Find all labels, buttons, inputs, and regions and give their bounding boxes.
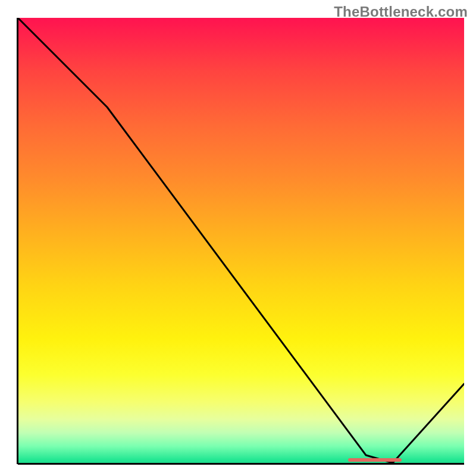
minimum-marker-strip — [348, 458, 402, 462]
watermark-text: TheBottleneck.com — [334, 4, 468, 20]
plot-area — [18, 18, 464, 464]
bottleneck-curve — [18, 18, 464, 464]
chart-container: TheBottleneck.com — [0, 0, 476, 476]
curve-path — [18, 18, 464, 463]
